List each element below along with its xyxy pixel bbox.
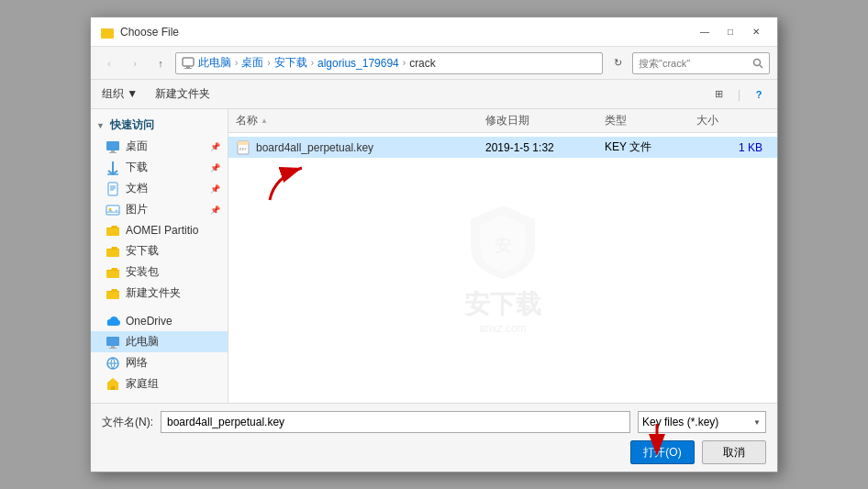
- buttons-row: 打开(O) 取消: [102, 440, 766, 464]
- svg-rect-7: [111, 150, 115, 152]
- folder-aomei-icon: [106, 223, 120, 238]
- watermark-text: 安下载: [464, 287, 541, 322]
- svg-point-4: [754, 59, 761, 65]
- watermark-shield-icon: 安: [466, 201, 540, 283]
- breadcrumb-algorius[interactable]: algorius_179694: [317, 57, 399, 70]
- open-button[interactable]: 打开(O): [630, 440, 695, 464]
- computer-icon: [182, 57, 195, 70]
- svg-rect-2: [186, 66, 190, 68]
- filename-label: 文件名(N):: [102, 415, 153, 430]
- search-input[interactable]: [639, 58, 752, 69]
- sidebar-item-homegroup[interactable]: 家庭组: [91, 373, 228, 395]
- svg-rect-19: [106, 270, 119, 278]
- sidebar-item-newfolder[interactable]: 新建文件夹: [91, 283, 228, 304]
- sidebar-quick-access-header: ▼ 快速访问: [91, 115, 228, 136]
- forward-button[interactable]: ›: [124, 52, 146, 74]
- folder-install-icon: [106, 265, 120, 280]
- svg-rect-6: [106, 141, 119, 150]
- back-button[interactable]: ‹: [98, 52, 120, 74]
- sidebar-pictures-label: 图片: [126, 202, 148, 217]
- title-bar: Choose File — □ ✕: [91, 17, 777, 47]
- breadcrumb-anxz[interactable]: 安下载: [274, 55, 307, 71]
- file-header: 名称 ▲ 修改日期 类型 大小: [228, 109, 777, 133]
- sidebar-install-label: 安装包: [126, 264, 159, 280]
- new-folder-button[interactable]: 新建文件夹: [149, 83, 217, 105]
- thispc-icon: [106, 335, 120, 350]
- folder-new-icon: [106, 286, 120, 301]
- sidebar-network-label: 网络: [126, 355, 148, 371]
- action-bar: 组织 ▼ 新建文件夹 ⊞ | ?: [91, 80, 777, 109]
- refresh-button[interactable]: ↻: [606, 52, 629, 74]
- sidebar-newfolder-label: 新建文件夹: [126, 285, 181, 301]
- col-type[interactable]: 类型: [605, 113, 696, 128]
- key-file-icon: KEY: [236, 140, 250, 155]
- svg-rect-11: [108, 183, 117, 195]
- svg-rect-22: [111, 346, 115, 348]
- dialog-title: Choose File: [120, 26, 179, 39]
- file-area: 名称 ▲ 修改日期 类型 大小: [228, 109, 777, 403]
- sidebar-item-downloads[interactable]: 下载 📌: [91, 157, 228, 178]
- sidebar-item-pictures[interactable]: 图片 📌: [91, 199, 228, 220]
- pictures-icon: [106, 203, 120, 217]
- sidebar-item-onedrive[interactable]: OneDrive: [91, 311, 228, 331]
- file-date: 2019-1-5 1:32: [485, 141, 605, 154]
- col-date[interactable]: 修改日期: [485, 113, 605, 128]
- svg-rect-23: [109, 348, 117, 349]
- cancel-button[interactable]: 取消: [702, 440, 766, 464]
- desktop-icon: [106, 139, 120, 154]
- minimize-button[interactable]: —: [693, 23, 717, 41]
- filename-row: 文件名(N): Key files (*.key): [102, 411, 766, 433]
- sidebar-item-aomei[interactable]: AOMEI Partitio: [91, 220, 228, 240]
- sidebar-thispc-label: 此电脑: [126, 334, 159, 350]
- close-button[interactable]: ✕: [744, 23, 768, 41]
- search-icon: [752, 58, 763, 69]
- homegroup-icon: [106, 377, 120, 392]
- dialog-icon: [100, 25, 115, 39]
- breadcrumb-thispc[interactable]: 此电脑: [198, 55, 231, 71]
- svg-rect-15: [106, 206, 119, 215]
- quick-access-label: 快速访问: [110, 117, 154, 133]
- sidebar-item-desktop[interactable]: 桌面 📌: [91, 136, 228, 157]
- sidebar-item-network[interactable]: 网络: [91, 352, 228, 373]
- col-size[interactable]: 大小: [696, 113, 770, 128]
- svg-rect-1: [183, 58, 194, 66]
- svg-rect-8: [109, 152, 117, 153]
- network-icon: [106, 356, 120, 371]
- file-row-key[interactable]: KEY board4all_perpetual.key 2019-1-5 1:3…: [228, 137, 777, 158]
- sidebar-item-install[interactable]: 安装包: [91, 261, 228, 283]
- sidebar-item-thispc[interactable]: 此电脑: [91, 331, 228, 352]
- svg-rect-26: [111, 386, 115, 390]
- folder-anxz-icon: [106, 244, 120, 259]
- onedrive-icon: [106, 314, 120, 328]
- title-bar-left: Choose File: [100, 25, 179, 39]
- svg-line-5: [760, 65, 762, 68]
- file-type: KEY 文件: [605, 139, 696, 155]
- sidebar-desktop-label: 桌面: [126, 139, 148, 154]
- sidebar-item-documents[interactable]: 文档 📌: [91, 178, 228, 199]
- red-arrow-indicator: [256, 150, 329, 205]
- svg-rect-18: [106, 249, 119, 257]
- file-name-text: board4all_perpetual.key: [256, 141, 373, 154]
- svg-rect-17: [106, 228, 119, 236]
- maximize-button[interactable]: □: [718, 23, 742, 41]
- svg-rect-21: [106, 337, 119, 346]
- filename-input[interactable]: [161, 411, 630, 433]
- sidebar-anxz-label: 安下载: [126, 243, 159, 259]
- sidebar-downloads-label: 下载: [126, 160, 148, 175]
- main-area: ▼ 快速访问 桌面 📌: [91, 109, 777, 403]
- svg-text:KEY: KEY: [239, 147, 247, 151]
- watermark: 安 安下载 anxz.com: [464, 201, 541, 335]
- view-options-button[interactable]: ⊞: [708, 83, 730, 106]
- svg-rect-20: [106, 291, 119, 299]
- sidebar: ▼ 快速访问 桌面 📌: [91, 109, 228, 403]
- file-dialog: Choose File — □ ✕ ‹ › ↑ 此电脑 › 桌面 › 安下载 ›…: [90, 17, 778, 472]
- organize-button[interactable]: 组织 ▼: [98, 84, 141, 104]
- up-button[interactable]: ↑: [150, 52, 172, 74]
- col-name[interactable]: 名称 ▲: [236, 113, 485, 128]
- svg-text:安: 安: [494, 236, 511, 255]
- sidebar-item-anxz[interactable]: 安下载: [91, 240, 228, 261]
- help-button[interactable]: ?: [748, 83, 770, 106]
- breadcrumb-crack: crack: [409, 57, 436, 70]
- breadcrumb-desktop[interactable]: 桌面: [241, 55, 263, 71]
- filetype-select[interactable]: Key files (*.key): [638, 411, 766, 433]
